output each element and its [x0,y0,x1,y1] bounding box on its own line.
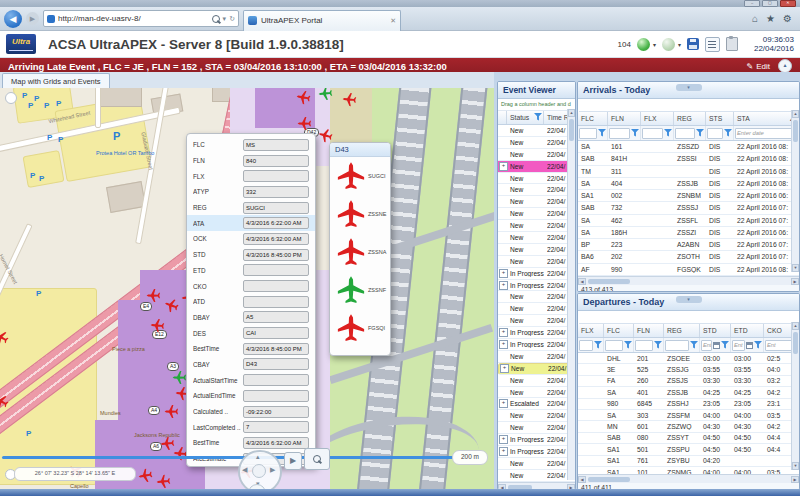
event-row[interactable]: New 22/04/ [498,291,575,303]
scroll-up-icon[interactable]: ▲ [792,110,799,118]
filter-icon[interactable] [664,129,672,137]
forward-button[interactable]: ▶ [26,12,39,25]
arrival-row[interactable]: SA 404 ZSSJB DIS 22 April 2016 08: [578,178,799,190]
form-field-value[interactable]: A5 [243,311,309,323]
scroll-right-icon[interactable]: ▶ [791,476,799,483]
expand-icon[interactable] [499,435,508,444]
collapse-button[interactable]: ▴ [778,59,792,73]
aircraft-icon[interactable] [297,116,312,131]
aircraft-icon[interactable] [336,199,366,229]
scroll-down-icon[interactable]: ▼ [792,462,799,470]
expand-icon[interactable] [499,328,508,337]
form-field-value[interactable] [243,296,309,308]
form-field-value[interactable]: D43 [243,358,309,370]
event-row[interactable]: New 22/04/ [498,470,575,482]
scrollbar-thumb[interactable] [793,332,798,354]
status-orb-pale[interactable] [662,38,675,51]
event-row[interactable]: New 22/04/ [498,458,575,470]
clipboard-icon[interactable] [726,37,738,51]
event-row[interactable]: New 22/04/ [498,422,575,434]
form-field-value[interactable] [243,280,309,292]
chevron-down-icon[interactable]: ▾ [653,41,656,48]
form-field-value[interactable] [243,374,309,386]
filter-icon[interactable] [594,341,602,349]
filter-icon[interactable] [721,341,729,349]
event-row[interactable]: New 22/04/ [498,125,575,137]
arrival-row[interactable]: SA 462 ZSSFL DIS 22 April 2016 07: [578,215,799,227]
vertical-scrollbar[interactable]: ▲ ▼ [791,110,799,272]
form-field-value[interactable] [243,390,309,402]
arrival-row[interactable]: SAB 732 ZSSSJ DIS 22 April 2016 07: [578,202,799,214]
scroll-left-icon[interactable]: ◀ [578,278,586,285]
column-sta[interactable]: STA▲1 [734,112,799,125]
pan-up-icon[interactable]: ▴ [256,453,260,461]
pan-left-icon[interactable]: ◀ [242,466,247,474]
column-sts[interactable]: STS [706,112,734,125]
arrival-row[interactable]: SAB 841H ZSSSI DIS 22 April 2016 08: [578,153,799,165]
event-row[interactable]: New 22/04/ [498,184,575,196]
filter-input[interactable] [642,128,663,139]
event-row[interactable]: New 22/04/ [498,387,575,399]
event-row[interactable]: New 22/04/ [498,363,575,375]
form-field-value[interactable]: 332 [243,186,309,198]
arrival-row[interactable]: BA6 202 ZSOTH DIS 22 April 2016 07: [578,251,799,263]
map-step-button[interactable]: ▶ [284,452,302,470]
expand-icon[interactable] [499,447,508,456]
filter-input[interactable] [665,340,689,351]
departure-row[interactable]: 980 6845 ZSSHJ 23:05 23:05 23:1 [578,399,799,410]
form-field-value[interactable]: 840 [243,155,309,167]
stand-aircraft-row[interactable]: FGSQI [330,309,390,347]
column-reg[interactable]: REG [674,112,706,125]
departure-row[interactable]: SA1 761 ZSYBU 04:20 [578,456,799,467]
form-field-value[interactable]: 7 [243,421,309,433]
column-flc[interactable]: FLC [604,324,634,337]
event-row[interactable]: In Progress 22/04/ [498,327,575,339]
expand-icon[interactable] [499,269,508,278]
departure-row[interactable]: SAB 080 ZSSYT 04:50 04:50 04:4 [578,433,799,444]
tab-map-with-grids[interactable]: Map with Grids and Events [2,73,110,89]
event-row[interactable]: New 22/04/ [498,137,575,149]
aircraft-icon[interactable] [155,473,171,489]
filter-input[interactable] [579,128,597,139]
stand-label[interactable]: E4 [140,302,152,311]
aircraft-icon[interactable] [336,237,366,267]
filter-input[interactable] [707,128,723,139]
form-field-value[interactable]: CAI [243,327,309,339]
settings-icon[interactable]: ⚙ [783,13,792,24]
filter-icon[interactable] [624,341,632,349]
scroll-right-icon[interactable]: ▶ [791,278,799,285]
departure-row[interactable]: SA 401 ZSSJB 04:25 04:25 04:2 [578,387,799,398]
column-flx[interactable]: FLX [641,112,674,125]
form-field-value[interactable] [243,264,309,276]
filter-icon[interactable] [724,129,732,137]
aircraft-icon[interactable] [137,467,154,484]
map-canvas[interactable]: Whitehead Street Gladiator Street Hornet… [0,88,494,489]
event-viewer-title-bar[interactable]: Event Viewer [498,82,575,99]
date-filter-input[interactable]: Ent [701,340,712,351]
arrival-row[interactable]: SA1 002 ZSNBM DIS 22 April 2016 06: [578,190,799,202]
arrivals-group-row[interactable] [579,100,798,112]
aircraft-icon[interactable] [336,275,366,305]
filter-icon[interactable] [631,129,639,137]
filter-icon[interactable] [598,129,606,137]
form-field-value[interactable]: 4/3/2016 6:22:00 AM [243,217,309,229]
vertical-scrollbar[interactable]: ▲ ▼ [791,322,799,470]
search-icon[interactable] [212,15,220,23]
date-filter-input[interactable]: Enter date [735,128,797,139]
scrollbar-thumb[interactable] [588,279,630,284]
browser-tab[interactable]: UltraAPEX Portal ✕ [243,10,401,31]
departure-row[interactable]: SA 303 ZSSFM 04:00 04:00 03:5 [578,410,799,421]
calendar-icon[interactable] [746,342,753,349]
departure-row[interactable]: SA1 501 ZSSPU 04:50 04:50 04:4 [578,444,799,455]
filter-icon[interactable] [754,341,762,349]
dropdown-icon[interactable]: ▾ [223,15,227,23]
aircraft-icon[interactable] [336,313,366,343]
refresh-icon[interactable]: ↻ [229,15,235,23]
event-row[interactable]: New 22/04/ [498,232,575,244]
event-row[interactable]: In Progress 22/04/ [498,434,575,446]
event-row[interactable]: Escalated 22/04/ [498,398,575,410]
scrollbar-thumb[interactable] [588,477,630,482]
date-filter-input[interactable]: Ent [732,340,745,351]
aircraft-icon[interactable] [336,161,366,191]
minimize-button[interactable]: – [744,0,760,7]
